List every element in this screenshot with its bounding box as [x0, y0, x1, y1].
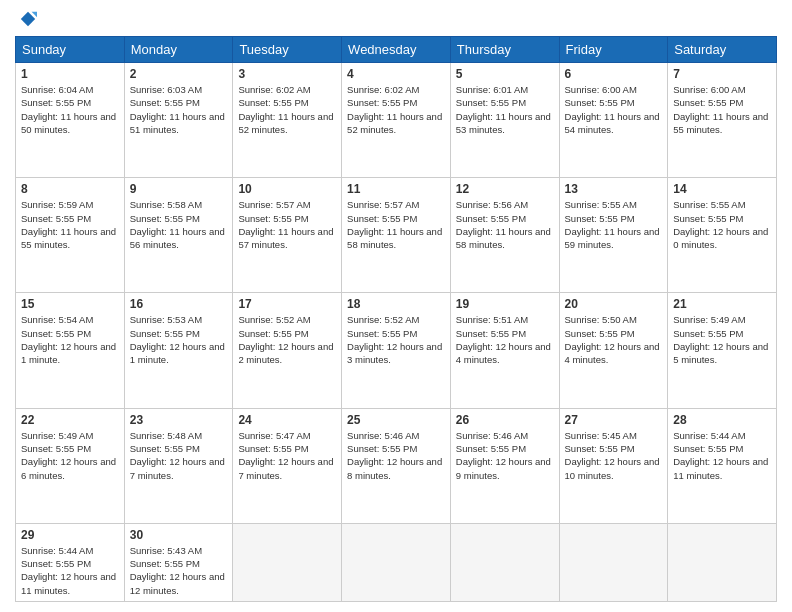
calendar-cell: 23Sunrise: 5:48 AMSunset: 5:55 PMDayligh…	[124, 408, 233, 523]
calendar-cell: 29Sunrise: 5:44 AMSunset: 5:55 PMDayligh…	[16, 523, 125, 601]
day-info: Sunrise: 5:59 AMSunset: 5:55 PMDaylight:…	[21, 198, 119, 251]
day-number: 26	[456, 413, 554, 427]
day-info: Sunrise: 5:55 AMSunset: 5:55 PMDaylight:…	[673, 198, 771, 251]
calendar-cell: 16Sunrise: 5:53 AMSunset: 5:55 PMDayligh…	[124, 293, 233, 408]
calendar-week-row: 22Sunrise: 5:49 AMSunset: 5:55 PMDayligh…	[16, 408, 777, 523]
day-info: Sunrise: 5:50 AMSunset: 5:55 PMDaylight:…	[565, 313, 663, 366]
calendar-table: SundayMondayTuesdayWednesdayThursdayFrid…	[15, 36, 777, 602]
day-info: Sunrise: 6:02 AMSunset: 5:55 PMDaylight:…	[347, 83, 445, 136]
calendar-week-row: 1Sunrise: 6:04 AMSunset: 5:55 PMDaylight…	[16, 63, 777, 178]
day-number: 2	[130, 67, 228, 81]
day-number: 15	[21, 297, 119, 311]
calendar-cell	[450, 523, 559, 601]
day-number: 9	[130, 182, 228, 196]
day-info: Sunrise: 5:47 AMSunset: 5:55 PMDaylight:…	[238, 429, 336, 482]
calendar-cell: 21Sunrise: 5:49 AMSunset: 5:55 PMDayligh…	[668, 293, 777, 408]
day-number: 23	[130, 413, 228, 427]
day-number: 1	[21, 67, 119, 81]
calendar-week-row: 15Sunrise: 5:54 AMSunset: 5:55 PMDayligh…	[16, 293, 777, 408]
day-info: Sunrise: 5:45 AMSunset: 5:55 PMDaylight:…	[565, 429, 663, 482]
day-number: 30	[130, 528, 228, 542]
calendar-cell: 5Sunrise: 6:01 AMSunset: 5:55 PMDaylight…	[450, 63, 559, 178]
calendar-cell: 14Sunrise: 5:55 AMSunset: 5:55 PMDayligh…	[668, 178, 777, 293]
day-number: 5	[456, 67, 554, 81]
header-wednesday: Wednesday	[342, 37, 451, 63]
calendar-cell: 7Sunrise: 6:00 AMSunset: 5:55 PMDaylight…	[668, 63, 777, 178]
day-info: Sunrise: 5:54 AMSunset: 5:55 PMDaylight:…	[21, 313, 119, 366]
calendar-cell	[559, 523, 668, 601]
day-info: Sunrise: 5:44 AMSunset: 5:55 PMDaylight:…	[673, 429, 771, 482]
day-number: 27	[565, 413, 663, 427]
day-number: 28	[673, 413, 771, 427]
calendar-cell: 9Sunrise: 5:58 AMSunset: 5:55 PMDaylight…	[124, 178, 233, 293]
day-number: 25	[347, 413, 445, 427]
page: SundayMondayTuesdayWednesdayThursdayFrid…	[0, 0, 792, 612]
header-thursday: Thursday	[450, 37, 559, 63]
calendar-cell: 28Sunrise: 5:44 AMSunset: 5:55 PMDayligh…	[668, 408, 777, 523]
day-info: Sunrise: 5:46 AMSunset: 5:55 PMDaylight:…	[347, 429, 445, 482]
day-info: Sunrise: 5:53 AMSunset: 5:55 PMDaylight:…	[130, 313, 228, 366]
day-number: 17	[238, 297, 336, 311]
day-number: 8	[21, 182, 119, 196]
day-info: Sunrise: 6:02 AMSunset: 5:55 PMDaylight:…	[238, 83, 336, 136]
calendar-cell	[342, 523, 451, 601]
day-number: 11	[347, 182, 445, 196]
day-info: Sunrise: 5:49 AMSunset: 5:55 PMDaylight:…	[673, 313, 771, 366]
calendar-cell: 17Sunrise: 5:52 AMSunset: 5:55 PMDayligh…	[233, 293, 342, 408]
calendar-cell: 25Sunrise: 5:46 AMSunset: 5:55 PMDayligh…	[342, 408, 451, 523]
day-number: 10	[238, 182, 336, 196]
calendar-cell: 12Sunrise: 5:56 AMSunset: 5:55 PMDayligh…	[450, 178, 559, 293]
day-info: Sunrise: 5:48 AMSunset: 5:55 PMDaylight:…	[130, 429, 228, 482]
calendar-cell: 6Sunrise: 6:00 AMSunset: 5:55 PMDaylight…	[559, 63, 668, 178]
day-number: 29	[21, 528, 119, 542]
day-number: 14	[673, 182, 771, 196]
svg-marker-0	[21, 12, 35, 26]
header-sunday: Sunday	[16, 37, 125, 63]
day-info: Sunrise: 6:04 AMSunset: 5:55 PMDaylight:…	[21, 83, 119, 136]
day-number: 12	[456, 182, 554, 196]
day-number: 24	[238, 413, 336, 427]
header-saturday: Saturday	[668, 37, 777, 63]
day-info: Sunrise: 5:56 AMSunset: 5:55 PMDaylight:…	[456, 198, 554, 251]
day-info: Sunrise: 5:52 AMSunset: 5:55 PMDaylight:…	[238, 313, 336, 366]
day-info: Sunrise: 5:44 AMSunset: 5:55 PMDaylight:…	[21, 544, 119, 597]
calendar-cell: 22Sunrise: 5:49 AMSunset: 5:55 PMDayligh…	[16, 408, 125, 523]
day-number: 4	[347, 67, 445, 81]
calendar-week-row: 29Sunrise: 5:44 AMSunset: 5:55 PMDayligh…	[16, 523, 777, 601]
calendar-cell: 18Sunrise: 5:52 AMSunset: 5:55 PMDayligh…	[342, 293, 451, 408]
day-info: Sunrise: 5:51 AMSunset: 5:55 PMDaylight:…	[456, 313, 554, 366]
calendar-cell: 4Sunrise: 6:02 AMSunset: 5:55 PMDaylight…	[342, 63, 451, 178]
calendar-cell: 11Sunrise: 5:57 AMSunset: 5:55 PMDayligh…	[342, 178, 451, 293]
calendar-cell: 8Sunrise: 5:59 AMSunset: 5:55 PMDaylight…	[16, 178, 125, 293]
day-info: Sunrise: 6:03 AMSunset: 5:55 PMDaylight:…	[130, 83, 228, 136]
header	[15, 10, 777, 28]
logo	[15, 10, 37, 28]
calendar-cell: 20Sunrise: 5:50 AMSunset: 5:55 PMDayligh…	[559, 293, 668, 408]
calendar-week-row: 8Sunrise: 5:59 AMSunset: 5:55 PMDaylight…	[16, 178, 777, 293]
logo-icon	[19, 10, 37, 28]
calendar-cell: 26Sunrise: 5:46 AMSunset: 5:55 PMDayligh…	[450, 408, 559, 523]
header-monday: Monday	[124, 37, 233, 63]
calendar-cell: 19Sunrise: 5:51 AMSunset: 5:55 PMDayligh…	[450, 293, 559, 408]
calendar-cell: 3Sunrise: 6:02 AMSunset: 5:55 PMDaylight…	[233, 63, 342, 178]
calendar-cell: 15Sunrise: 5:54 AMSunset: 5:55 PMDayligh…	[16, 293, 125, 408]
day-number: 7	[673, 67, 771, 81]
calendar-cell: 13Sunrise: 5:55 AMSunset: 5:55 PMDayligh…	[559, 178, 668, 293]
day-number: 19	[456, 297, 554, 311]
calendar-cell: 30Sunrise: 5:43 AMSunset: 5:55 PMDayligh…	[124, 523, 233, 601]
day-info: Sunrise: 5:57 AMSunset: 5:55 PMDaylight:…	[347, 198, 445, 251]
calendar-cell: 2Sunrise: 6:03 AMSunset: 5:55 PMDaylight…	[124, 63, 233, 178]
day-info: Sunrise: 5:55 AMSunset: 5:55 PMDaylight:…	[565, 198, 663, 251]
calendar-cell: 1Sunrise: 6:04 AMSunset: 5:55 PMDaylight…	[16, 63, 125, 178]
day-number: 13	[565, 182, 663, 196]
day-info: Sunrise: 6:00 AMSunset: 5:55 PMDaylight:…	[673, 83, 771, 136]
day-number: 16	[130, 297, 228, 311]
day-number: 3	[238, 67, 336, 81]
day-info: Sunrise: 5:46 AMSunset: 5:55 PMDaylight:…	[456, 429, 554, 482]
day-info: Sunrise: 5:58 AMSunset: 5:55 PMDaylight:…	[130, 198, 228, 251]
calendar-cell: 10Sunrise: 5:57 AMSunset: 5:55 PMDayligh…	[233, 178, 342, 293]
day-info: Sunrise: 5:57 AMSunset: 5:55 PMDaylight:…	[238, 198, 336, 251]
calendar-cell	[233, 523, 342, 601]
day-info: Sunrise: 5:52 AMSunset: 5:55 PMDaylight:…	[347, 313, 445, 366]
day-info: Sunrise: 6:01 AMSunset: 5:55 PMDaylight:…	[456, 83, 554, 136]
